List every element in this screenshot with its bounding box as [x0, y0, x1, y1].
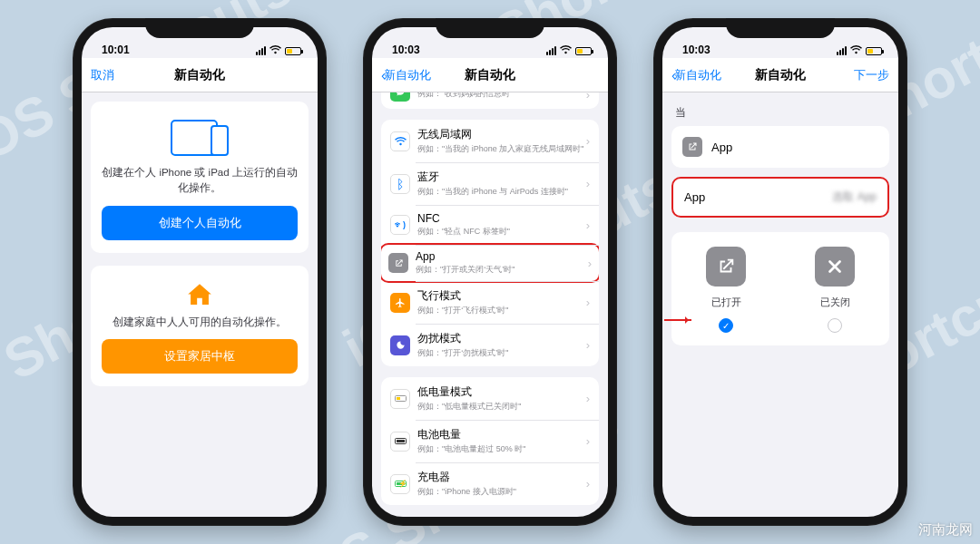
trigger-row-battery[interactable]: 电池电量例如："电池电量超过 50% 时" ›: [381, 420, 599, 462]
status-time: 10:01: [102, 44, 130, 56]
row-title: 飞行模式: [417, 288, 586, 304]
choose-app-label: App: [684, 190, 832, 204]
chevron-right-icon: ›: [586, 434, 590, 448]
home-automation-card: 创建家庭中人人可用的自动化操作。 设置家居中枢: [91, 266, 309, 386]
annotation-arrow-icon: [664, 319, 691, 321]
battery-level-icon: [390, 432, 410, 452]
signal-icon: [256, 46, 266, 55]
close-x-icon: [815, 247, 855, 287]
row-title: 蓝牙: [417, 170, 586, 185]
open-arrow-icon: [706, 247, 746, 287]
choose-app-value: 选取 App: [832, 189, 877, 205]
row-subtitle: 例如："轻点 NFC 标签时": [417, 226, 586, 238]
row-title: 勿扰模式: [417, 331, 586, 346]
when-app-label: App: [711, 141, 878, 154]
back-button[interactable]: ‹新自动化: [381, 67, 434, 83]
row-title: 电池电量: [417, 427, 586, 442]
battery-icon: [866, 47, 882, 55]
personal-automation-card: 创建在个人 iPhone 或 iPad 上运行的自动化操作。 创建个人自动化: [91, 102, 309, 253]
choose-app-row[interactable]: App 选取 App: [671, 177, 889, 218]
row-title: App: [416, 250, 588, 263]
page-title: 新自动化: [755, 67, 806, 83]
chevron-right-icon: ›: [588, 257, 592, 270]
signal-icon: [546, 46, 556, 55]
trigger-row-app[interactable]: App例如："打开或关闭‘天气’时" ›: [381, 243, 599, 283]
home-icon: [102, 280, 298, 315]
chevron-right-icon: ›: [586, 92, 590, 102]
battery-icon: [575, 47, 592, 55]
moon-icon: [390, 335, 410, 355]
wifi-icon: [560, 45, 572, 56]
app-icon: [388, 253, 408, 273]
nfc-icon: ᯤ): [390, 215, 410, 235]
status-time: 10:03: [682, 44, 710, 56]
row-subtitle: 例如："打开‘飞行模式’时": [417, 305, 586, 316]
phone-3: 10:03 ‹新自动化 新自动化 下一步 当 App App 选取 App: [653, 18, 907, 526]
chevron-right-icon: ›: [586, 477, 590, 491]
notch: [726, 18, 835, 38]
battery-icon: [285, 47, 301, 55]
setup-home-hub-button[interactable]: 设置家居中枢: [102, 339, 298, 374]
notch: [145, 18, 254, 38]
wifi-icon: [270, 45, 281, 56]
row-subtitle: 例如："电池电量超过 50% 时": [417, 443, 586, 455]
devices-illustration-icon: [102, 116, 298, 156]
nav-bar: ‹新自动化 新自动化: [372, 58, 608, 92]
wifi-icon: [390, 131, 410, 151]
row-subtitle: 例如："低电量模式已关闭时": [417, 401, 586, 413]
chevron-right-icon: ›: [586, 338, 590, 352]
chevron-right-icon: ›: [586, 134, 590, 148]
radio-unchecked-icon[interactable]: [828, 318, 842, 333]
nav-bar: 取消 新自动化: [82, 58, 318, 92]
bluetooth-icon: ᛒ: [390, 174, 410, 194]
row-subtitle: 例如："当我的 iPhone 加入家庭无线局域网时": [417, 143, 586, 155]
airplane-icon: [390, 293, 410, 313]
charger-icon: ⚡: [390, 474, 410, 494]
trigger-row-airplane[interactable]: 飞行模式例如："打开‘飞行模式’时" ›: [381, 281, 599, 324]
trigger-row-nfc[interactable]: ᯤ) NFC例如："轻点 NFC 标签时" ›: [381, 205, 599, 245]
signal-icon: [837, 46, 847, 55]
radio-checked-icon[interactable]: ✓: [719, 318, 733, 333]
row-subtitle: 例如："收到妈妈的信息时": [417, 92, 586, 100]
open-arrow-icon: [682, 137, 702, 157]
chevron-right-icon: ›: [586, 296, 590, 309]
trigger-row-low-power[interactable]: 低电量模式例如："低电量模式已关闭时" ›: [381, 377, 599, 420]
notch: [436, 18, 544, 38]
row-title: 充电器: [417, 470, 586, 485]
next-button[interactable]: 下一步: [837, 67, 889, 83]
option-label: 已打开: [711, 296, 741, 309]
section-label-when: 当: [675, 105, 886, 121]
create-personal-automation-button[interactable]: 创建个人自动化: [102, 206, 298, 240]
trigger-row-charger[interactable]: ⚡ 充电器例如："iPhone 接入电源时" ›: [381, 462, 599, 505]
row-title: 低电量模式: [417, 384, 586, 400]
trigger-row-bluetooth[interactable]: ᛒ 蓝牙例如："当我的 iPhone 与 AirPods 连接时" ›: [381, 162, 599, 205]
cancel-button[interactable]: 取消: [91, 67, 143, 83]
trigger-row-dnd[interactable]: 勿扰模式例如："打开‘勿扰模式’时" ›: [381, 324, 599, 366]
row-subtitle: 例如："打开或关闭‘天气’时": [416, 264, 588, 276]
wifi-icon: [850, 45, 862, 56]
when-app-row: App: [671, 126, 889, 168]
phone-2: 10:03 ‹新自动化 新自动化 例如："收到妈妈的信息时" ›: [363, 18, 617, 526]
row-subtitle: 例如："打开‘勿扰模式’时": [417, 347, 586, 359]
chevron-right-icon: ›: [586, 177, 590, 190]
card-description: 创建家庭中人人可用的自动化操作。: [102, 315, 298, 330]
nav-bar: ‹新自动化 新自动化 下一步: [662, 58, 898, 92]
chevron-right-icon: ›: [586, 392, 590, 405]
phone-1: 10:01 取消 新自动化 创建在个人 iPhone 或 iPad 上运行的自动…: [73, 18, 327, 526]
row-title: NFC: [417, 212, 586, 225]
row-subtitle: 例如："当我的 iPhone 与 AirPods 连接时": [417, 186, 586, 198]
trigger-row-wifi[interactable]: 无线局域网例如："当我的 iPhone 加入家庭无线局域网时" ›: [381, 120, 599, 162]
messages-icon: [390, 92, 410, 102]
row-title: 无线局域网: [417, 127, 586, 142]
page-title: 新自动化: [465, 67, 515, 83]
corner-watermark: 河南龙网: [918, 521, 973, 539]
chevron-right-icon: ›: [586, 219, 590, 232]
trigger-row-messages[interactable]: 例如："收到妈妈的信息时" ›: [381, 92, 599, 109]
option-label: 已关闭: [820, 296, 850, 309]
status-time: 10:03: [392, 44, 420, 56]
page-title: 新自动化: [174, 67, 225, 83]
low-power-icon: [390, 389, 410, 409]
option-closed[interactable]: 已关闭: [780, 247, 889, 333]
back-button[interactable]: ‹新自动化: [671, 67, 724, 83]
card-description: 创建在个人 iPhone 或 iPad 上运行的自动化操作。: [102, 165, 298, 197]
